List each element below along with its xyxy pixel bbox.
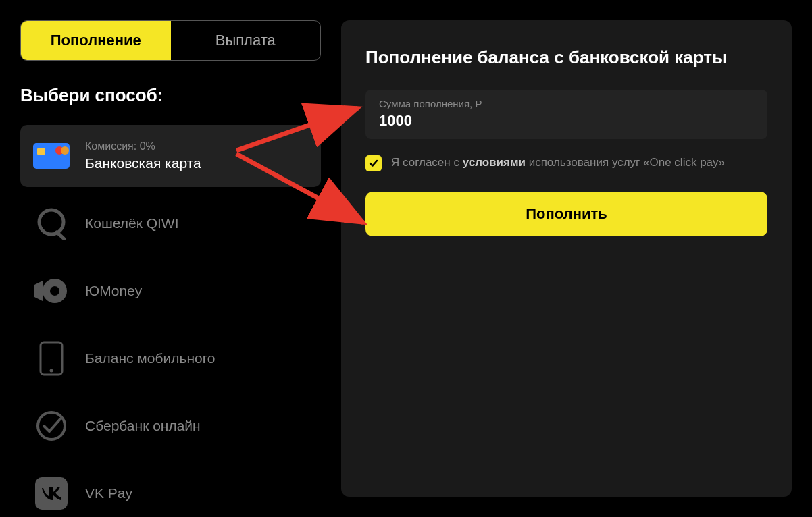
amount-input-wrap[interactable]: Сумма пополнения, Р <box>365 90 767 139</box>
method-sberbank[interactable]: Сбербанк онлайн <box>20 395 321 457</box>
svg-rect-1 <box>37 148 45 155</box>
submit-button[interactable]: Пополнить <box>365 192 767 236</box>
method-vkpay[interactable]: VK Pay <box>20 462 321 517</box>
section-title: Выбери способ: <box>20 85 321 106</box>
method-label: Баланс мобильного <box>85 350 215 366</box>
bank-card-icon <box>32 137 70 175</box>
method-commission: Комиссия: 0% <box>85 140 201 153</box>
method-bank-card[interactable]: Комиссия: 0% Банковская карта <box>20 125 321 187</box>
qiwi-icon <box>32 205 70 242</box>
right-panel: Пополнение баланса с банковской карты Су… <box>341 20 792 497</box>
method-label: ЮMoney <box>85 283 142 299</box>
method-yoomoney[interactable]: ЮMoney <box>20 260 321 322</box>
mobile-icon <box>32 339 70 377</box>
amount-input[interactable] <box>379 112 754 130</box>
svg-point-6 <box>50 286 59 296</box>
method-label: Банковская карта <box>85 155 201 171</box>
method-label: Кошелёк QIWI <box>85 215 179 232</box>
tabs: Пополнение Выплата <box>20 20 321 61</box>
consent-suffix: использования услуг «One click pay» <box>526 156 725 169</box>
tab-deposit[interactable]: Пополнение <box>21 21 171 60</box>
svg-point-4 <box>39 210 64 234</box>
sberbank-icon <box>32 407 70 445</box>
svg-point-9 <box>38 412 65 439</box>
method-label: Сбербанк онлайн <box>85 418 201 434</box>
consent-terms-link[interactable]: условиями <box>463 156 526 169</box>
method-mobile-balance[interactable]: Баланс мобильного <box>20 327 321 389</box>
amount-label: Сумма пополнения, Р <box>379 98 754 109</box>
vk-icon <box>32 474 70 512</box>
consent-text: Я согласен с условиями использования усл… <box>391 154 725 171</box>
consent-row: Я согласен с условиями использования усл… <box>365 154 767 171</box>
panel-title: Пополнение баланса с банковской карты <box>365 47 767 68</box>
svg-point-8 <box>50 369 53 373</box>
method-qiwi[interactable]: Кошелёк QIWI <box>20 192 321 254</box>
consent-prefix: Я согласен с <box>391 156 463 169</box>
consent-checkbox[interactable] <box>365 155 382 171</box>
method-label: VK Pay <box>85 485 132 501</box>
yoomoney-icon <box>32 272 70 310</box>
svg-point-3 <box>61 146 69 155</box>
method-list: Комиссия: 0% Банковская карта Кошелёк QI… <box>20 125 321 517</box>
left-panel: Пополнение Выплата Выбери способ: Комисс… <box>20 20 321 497</box>
tab-withdraw[interactable]: Выплата <box>171 21 321 60</box>
check-icon <box>368 158 379 169</box>
